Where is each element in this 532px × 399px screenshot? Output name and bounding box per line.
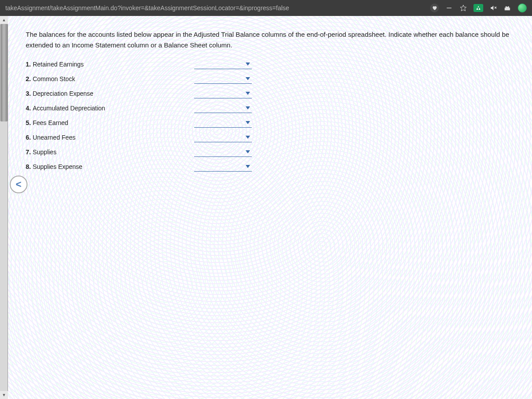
url-bar[interactable]: takeAssignment/takeAssignmentMain.do?inv…: [4, 4, 430, 12]
question-prompt: The balances for the accounts listed bel…: [26, 29, 523, 51]
answer-dropdown[interactable]: [194, 133, 252, 142]
svg-marker-1: [460, 5, 466, 11]
chevron-down-icon: [246, 92, 250, 95]
item-label: 8.Supplies Expense: [26, 163, 194, 170]
scroll-up-icon[interactable]: ▲: [0, 16, 8, 24]
question-content: The balances for the accounts listed bel…: [8, 16, 532, 183]
assignment-page: < The balances for the accounts listed b…: [8, 16, 532, 399]
chevron-down-icon: [246, 136, 250, 139]
list-item: 5.Fees Earned: [26, 115, 523, 130]
chevron-left-icon: <: [16, 179, 22, 190]
extensions-icon[interactable]: [504, 4, 512, 12]
answer-dropdown[interactable]: [194, 103, 252, 113]
vertical-scrollbar[interactable]: ▲ ▼: [0, 16, 8, 399]
star-icon[interactable]: [459, 4, 467, 12]
chevron-down-icon: [246, 77, 250, 80]
item-label: 3.Depreciation Expense: [26, 90, 194, 97]
speaker-muted-icon[interactable]: [489, 4, 497, 12]
list-item: 7.Supplies: [26, 145, 523, 159]
list-item: 8.Supplies Expense: [26, 159, 523, 174]
list-item: 6.Unearned Fees: [26, 130, 523, 145]
list-item: 1.Retained Earnings: [26, 57, 523, 71]
chevron-down-icon: [246, 165, 250, 168]
minimize-icon[interactable]: [445, 4, 453, 12]
profile-avatar-icon[interactable]: [518, 4, 527, 12]
chevron-down-icon: [246, 106, 250, 110]
item-label: 7.Supplies: [26, 149, 194, 156]
answer-dropdown[interactable]: [194, 162, 252, 172]
chevron-down-icon: [246, 150, 250, 153]
item-label: 2.Common Stock: [26, 75, 194, 82]
item-label: 5.Fees Earned: [26, 119, 194, 126]
answer-dropdown[interactable]: [194, 89, 252, 98]
prev-question-button[interactable]: <: [10, 176, 27, 193]
list-item: 2.Common Stock: [26, 71, 523, 86]
translate-icon[interactable]: [473, 4, 483, 12]
answer-dropdown[interactable]: [194, 74, 252, 84]
answer-dropdown[interactable]: [194, 118, 252, 128]
chevron-down-icon: [246, 121, 250, 124]
scroll-thumb[interactable]: [0, 24, 8, 121]
scroll-down-icon[interactable]: ▼: [0, 391, 8, 399]
browser-actions: [430, 4, 528, 12]
chevron-down-icon: [246, 63, 250, 66]
heart-dropdown-icon[interactable]: [430, 4, 439, 12]
item-label: 6.Unearned Fees: [26, 134, 194, 141]
list-item: 3.Depreciation Expense: [26, 86, 523, 101]
browser-toolbar: takeAssignment/takeAssignmentMain.do?inv…: [0, 0, 532, 16]
content-area: ▲ ▼ < The balances for the accounts list…: [0, 16, 532, 399]
answer-dropdown[interactable]: [194, 59, 252, 69]
list-item: 4.Accumulated Depreciation: [26, 101, 523, 115]
item-label: 1.Retained Earnings: [26, 61, 194, 68]
item-label: 4.Accumulated Depreciation: [26, 105, 194, 112]
answer-dropdown[interactable]: [194, 147, 252, 157]
question-items-list: 1.Retained Earnings 2.Common Stock 3.Dep…: [26, 57, 523, 174]
